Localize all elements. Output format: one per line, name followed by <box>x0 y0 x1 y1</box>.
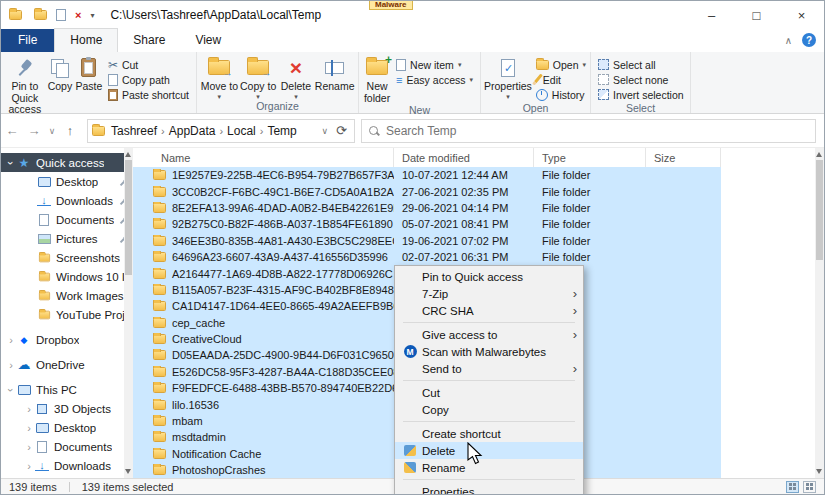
sidebar-item-downloads[interactable]: ↓Downloads <box>1 191 133 210</box>
back-button[interactable]: ← <box>1 120 23 142</box>
file-row[interactable]: 1E9257E9-225B-4EC6-B954-79B27B657F3A10-0… <box>133 167 721 183</box>
copy-button[interactable]: Copy <box>46 54 74 93</box>
tab-file[interactable]: File <box>1 29 54 52</box>
qat-customize-chevron-icon[interactable]: ▾ <box>90 11 94 20</box>
cut-button[interactable]: ✂Cut <box>104 57 193 72</box>
menu-item-7-zip[interactable]: 7-Zip› <box>395 285 583 302</box>
tab-home[interactable]: Home <box>54 28 118 52</box>
sidebar-item-desktop[interactable]: Desktop <box>1 172 133 191</box>
scroll-down-icon[interactable] <box>816 469 822 474</box>
copy-path-button[interactable]: Copy path <box>104 72 193 87</box>
history-button[interactable]: History <box>532 87 590 102</box>
tab-share[interactable]: Share <box>118 29 180 52</box>
menu-item-cut[interactable]: Cut <box>395 384 583 401</box>
sidebar-item-documents[interactable]: ›Documents <box>1 437 133 456</box>
expander-chevron-icon[interactable]: › <box>5 359 17 371</box>
expander-chevron-icon[interactable]: › <box>23 460 35 472</box>
expander-chevron-icon[interactable]: › <box>5 157 17 169</box>
qat-delete-icon[interactable]: × <box>75 10 81 21</box>
open-button[interactable]: Open▾ <box>532 57 590 72</box>
sidebar-item-onedrive[interactable]: ›☁OneDrive <box>1 355 133 374</box>
qat-properties-icon[interactable] <box>56 9 66 21</box>
menu-item-scan-with-malwarebytes[interactable]: MScan with Malwarebytes <box>395 343 583 360</box>
menu-item-crc-sha[interactable]: CRC SHA› <box>395 302 583 319</box>
copy-to-button[interactable]: Copy to▾ <box>239 54 278 100</box>
column-header-type[interactable]: Type <box>534 148 646 167</box>
paste-shortcut-button[interactable]: Paste shortcut <box>104 87 193 102</box>
new-item-button[interactable]: New item▾ <box>392 57 477 72</box>
close-button[interactable]: × <box>779 1 824 29</box>
select-all-button[interactable]: Select all <box>594 57 688 72</box>
address-box[interactable]: Tashreef›AppData›Local›Temp ∨ ⟳ <box>87 119 355 143</box>
sidebar-item-3d-objects[interactable]: ›3D Objects <box>1 399 133 418</box>
menu-item-give-access-to[interactable]: Give access to› <box>395 326 583 343</box>
details-view-button[interactable] <box>786 481 799 493</box>
edit-button[interactable]: Edit <box>532 72 590 87</box>
sidebar-item-dropbox[interactable]: ›◆Dropbox <box>1 330 133 349</box>
menu-item-create-shortcut[interactable]: Create shortcut <box>395 425 583 442</box>
menu-item-send-to[interactable]: Send to› <box>395 360 583 377</box>
sidebar-item-youtube-project-ou[interactable]: YouTube Project Ou <box>1 305 133 324</box>
breadcrumb-item-local[interactable]: Local <box>223 122 260 140</box>
sidebar-item-this-pc[interactable]: ›This PC <box>1 380 133 399</box>
delete-button[interactable]: × Delete▾ <box>278 54 315 100</box>
file-row[interactable]: 64696A23-6607-43A9-A437-416556D3599602-0… <box>133 249 721 265</box>
scrollbar-thumb[interactable] <box>125 160 132 275</box>
rename-button[interactable]: Rename <box>314 54 355 93</box>
sidebar-item-work-images[interactable]: Work Images <box>1 286 133 305</box>
easy-access-button[interactable]: ≡Easy access▾ <box>392 72 477 87</box>
expander-chevron-icon[interactable]: › <box>5 334 17 346</box>
paste-button[interactable]: Paste <box>74 54 104 93</box>
file-list-scrollbar[interactable] <box>815 148 824 478</box>
column-header-name[interactable]: Name <box>133 148 394 167</box>
file-row[interactable]: 346EE3B0-835B-4A81-A430-E3BC5C298EEC19-0… <box>133 233 721 249</box>
help-icon[interactable]: ? <box>802 33 816 47</box>
sidebar-item-desktop[interactable]: ›Desktop <box>1 418 133 437</box>
expander-chevron-icon[interactable]: › <box>23 403 35 415</box>
expander-chevron-icon[interactable]: › <box>5 384 17 396</box>
sidebar-item-documents[interactable]: Documents <box>1 210 133 229</box>
minimize-button[interactable]: – <box>689 1 734 29</box>
invert-selection-button[interactable]: Invert selection <box>594 87 688 102</box>
properties-button[interactable]: Properties▾ <box>484 54 532 100</box>
column-header-date-modified[interactable]: Date modified <box>394 148 534 167</box>
expander-chevron-icon[interactable]: › <box>23 441 35 453</box>
up-button[interactable]: ↑ <box>59 120 81 142</box>
scroll-up-icon[interactable] <box>125 152 131 157</box>
maximize-button[interactable]: □ <box>734 1 779 29</box>
refresh-button[interactable]: ⟳ <box>333 123 350 138</box>
expander-chevron-icon[interactable]: › <box>23 422 35 434</box>
thumbnails-view-button[interactable] <box>803 481 816 493</box>
file-row[interactable]: 3CC0B2CF-F6BC-49C1-B6E7-CD5A0A1B2ABB27-0… <box>133 183 721 199</box>
breadcrumb-item-temp[interactable]: Temp <box>263 122 300 140</box>
file-row[interactable]: 8E2EFA13-99A6-4DAD-A0B2-B4EB42261E9D29-0… <box>133 200 721 216</box>
scroll-down-icon[interactable] <box>125 469 131 474</box>
sidebar-item-screenshots[interactable]: Screenshots <box>1 248 133 267</box>
tab-view[interactable]: View <box>180 29 236 52</box>
sidebar-scrollbar[interactable] <box>124 148 133 478</box>
sidebar-item-pictures[interactable]: Pictures <box>1 229 133 248</box>
collapse-ribbon-icon[interactable]: ∧ <box>785 35 792 46</box>
search-box[interactable] <box>361 119 816 143</box>
menu-item-pin-to-quick-access[interactable]: Pin to Quick access <box>395 268 583 285</box>
menu-item-rename[interactable]: Rename <box>395 459 583 476</box>
column-header-size[interactable]: Size <box>646 148 721 167</box>
menu-item-copy[interactable]: Copy <box>395 401 583 418</box>
search-input[interactable] <box>386 124 809 138</box>
qat-folder-icon[interactable] <box>34 10 47 20</box>
sidebar-item-quick-access[interactable]: ›★Quick access <box>1 153 133 172</box>
address-dropdown-icon[interactable]: ∨ <box>319 126 332 136</box>
sidebar-item-downloads[interactable]: ›↓Downloads <box>1 456 133 475</box>
scrollbar-thumb[interactable] <box>816 160 823 260</box>
forward-button[interactable]: → <box>23 120 45 142</box>
file-row[interactable]: 92B275C0-B82F-486B-A037-1B854FE6189005-0… <box>133 216 721 232</box>
breadcrumb-item-tashreef[interactable]: Tashreef <box>107 122 161 140</box>
recent-locations-chevron-icon[interactable]: ∨ <box>45 120 59 142</box>
new-folder-button[interactable]: New folder <box>362 54 392 104</box>
sidebar-item-windows-10-iso[interactable]: Windows 10 ISO <box>1 267 133 286</box>
pin-to-quick-access-button[interactable]: Pin to Quick access <box>4 54 46 116</box>
breadcrumb-item-appdata[interactable]: AppData <box>165 122 220 140</box>
move-to-button[interactable]: Move to▾ <box>200 54 239 100</box>
scroll-up-icon[interactable] <box>816 152 822 157</box>
menu-item-properties[interactable]: Properties <box>395 483 583 495</box>
